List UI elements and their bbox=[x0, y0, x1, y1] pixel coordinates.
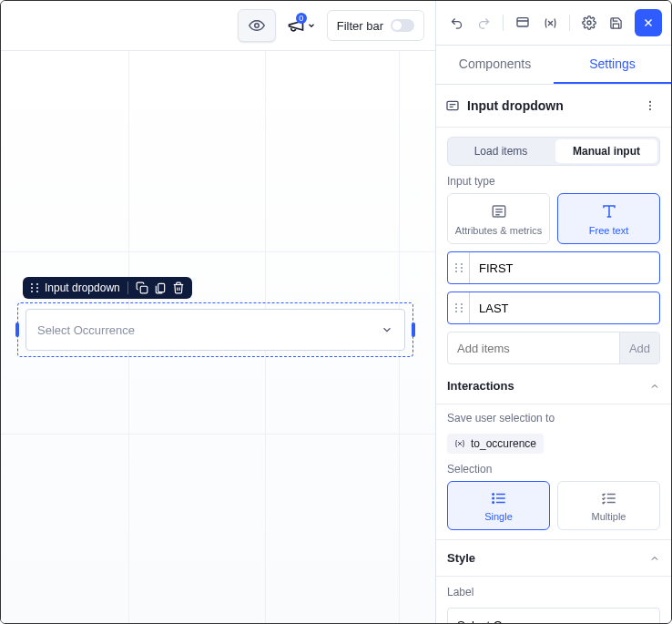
list-icon bbox=[491, 203, 507, 220]
single-list-icon bbox=[491, 491, 507, 506]
widget-icon-button[interactable] bbox=[511, 11, 535, 35]
undo-icon bbox=[450, 16, 463, 30]
panel-more-button[interactable] bbox=[638, 94, 662, 118]
select-placeholder: Select Occurrence bbox=[37, 323, 135, 337]
selection-options: Single Multiple bbox=[447, 481, 660, 530]
label-input[interactable] bbox=[447, 608, 660, 623]
trash-icon[interactable] bbox=[172, 281, 185, 294]
item-input-0[interactable] bbox=[470, 252, 659, 283]
save-selection-label: Save user selection to bbox=[447, 412, 660, 425]
svg-point-28 bbox=[461, 267, 463, 269]
canvas-body[interactable]: Input dropdown Select Occurrence bbox=[1, 50, 435, 623]
canvas-toolbar: 0 Filter bar bbox=[1, 1, 435, 50]
input-dropdown-widget[interactable]: Select Occurrence bbox=[17, 302, 413, 357]
item-row-1[interactable] bbox=[447, 292, 660, 324]
label-field-label: Label bbox=[447, 586, 660, 598]
variable-name: to_occurence bbox=[471, 437, 536, 450]
drag-handle-icon[interactable] bbox=[448, 292, 470, 323]
svg-rect-13 bbox=[447, 101, 458, 109]
widget-icon bbox=[515, 15, 530, 30]
notifications-badge: 0 bbox=[296, 13, 307, 24]
filter-bar-label: Filter bar bbox=[337, 19, 383, 33]
svg-point-29 bbox=[455, 271, 457, 272]
tab-settings[interactable]: Settings bbox=[554, 46, 671, 84]
close-panel-button[interactable] bbox=[635, 9, 662, 36]
interactions-title: Interactions bbox=[447, 379, 514, 393]
svg-rect-9 bbox=[517, 18, 528, 26]
selection-single[interactable]: Single bbox=[447, 481, 550, 530]
panel-top-toolbar bbox=[436, 1, 671, 45]
svg-point-32 bbox=[461, 303, 463, 305]
svg-point-6 bbox=[36, 291, 38, 292]
add-item-input[interactable] bbox=[448, 332, 619, 363]
input-type-label: Input type bbox=[447, 175, 660, 188]
panel-header: Input dropdown bbox=[436, 85, 671, 128]
style-header[interactable]: Style bbox=[436, 540, 671, 577]
drag-handle-icon bbox=[30, 282, 39, 293]
preview-button[interactable] bbox=[238, 9, 276, 42]
svg-point-35 bbox=[455, 311, 457, 312]
mode-manual-input[interactable]: Manual input bbox=[555, 139, 657, 163]
dropdown-widget-icon bbox=[445, 98, 460, 113]
input-type-attrs-label: Attributes & metrics bbox=[455, 225, 542, 236]
svg-point-1 bbox=[31, 283, 33, 285]
svg-rect-7 bbox=[140, 286, 148, 293]
svg-point-4 bbox=[36, 287, 38, 289]
input-type-attributes[interactable]: Attributes & metrics bbox=[447, 193, 550, 244]
canvas-area: 0 Filter bar Input dropdown bbox=[1, 1, 436, 623]
panel-title: Input dropdown bbox=[467, 98, 631, 113]
svg-point-0 bbox=[254, 24, 259, 28]
variable-icon bbox=[454, 438, 465, 449]
chevron-down-icon bbox=[381, 323, 393, 336]
redo-button[interactable] bbox=[473, 11, 496, 35]
input-type-options: Attributes & metrics Free text bbox=[447, 193, 660, 244]
svg-point-30 bbox=[461, 271, 463, 272]
chevron-down-icon bbox=[307, 21, 316, 30]
tab-components[interactable]: Components bbox=[436, 46, 554, 84]
selection-single-label: Single bbox=[484, 511, 513, 522]
save-button[interactable] bbox=[605, 11, 628, 35]
add-item-button[interactable]: Add bbox=[619, 332, 659, 363]
redo-icon bbox=[477, 16, 491, 30]
selection-multiple-label: Multiple bbox=[592, 511, 626, 522]
drag-handle-icon[interactable] bbox=[448, 252, 470, 283]
duplicate-icon[interactable] bbox=[136, 281, 148, 294]
svg-point-40 bbox=[492, 494, 494, 496]
widget-selection-chip[interactable]: Input dropdown bbox=[23, 277, 192, 299]
variables-button[interactable] bbox=[538, 11, 562, 35]
svg-point-3 bbox=[31, 287, 33, 289]
undo-button[interactable] bbox=[445, 11, 469, 35]
toggle-off-icon bbox=[391, 19, 414, 32]
svg-point-34 bbox=[461, 307, 463, 309]
svg-point-17 bbox=[649, 105, 651, 107]
svg-point-42 bbox=[492, 502, 494, 504]
panel-tabs: Components Settings bbox=[436, 45, 671, 85]
select-occurrence-dropdown[interactable]: Select Occurrence bbox=[25, 309, 405, 351]
mode-load-items[interactable]: Load items bbox=[450, 139, 552, 163]
svg-point-33 bbox=[455, 307, 457, 309]
copy-icon[interactable] bbox=[154, 281, 167, 294]
item-row-0[interactable] bbox=[447, 251, 660, 284]
variable-chip[interactable]: to_occurence bbox=[447, 434, 544, 454]
item-input-1[interactable] bbox=[470, 292, 659, 323]
filter-bar-toggle[interactable]: Filter bar bbox=[327, 10, 424, 41]
svg-point-10 bbox=[587, 21, 591, 25]
svg-point-16 bbox=[649, 101, 651, 103]
data-mode-toggle: Load items Manual input bbox=[447, 137, 660, 166]
style-title: Style bbox=[447, 551, 475, 565]
settings-button[interactable] bbox=[577, 11, 601, 35]
interactions-header[interactable]: Interactions bbox=[436, 368, 671, 404]
widget-chip-label: Input dropdown bbox=[45, 281, 120, 294]
more-vert-icon bbox=[644, 99, 657, 112]
selection-label: Selection bbox=[447, 463, 660, 476]
input-type-free-text[interactable]: Free text bbox=[557, 193, 660, 244]
input-type-free-label: Free text bbox=[589, 225, 628, 236]
variable-icon bbox=[544, 16, 557, 30]
svg-point-18 bbox=[649, 108, 651, 110]
svg-point-36 bbox=[461, 311, 463, 312]
save-icon bbox=[609, 16, 623, 30]
selection-multiple[interactable]: Multiple bbox=[557, 481, 660, 530]
text-icon bbox=[601, 203, 617, 220]
gear-icon bbox=[582, 15, 596, 30]
notifications-button[interactable]: 0 bbox=[287, 16, 316, 35]
